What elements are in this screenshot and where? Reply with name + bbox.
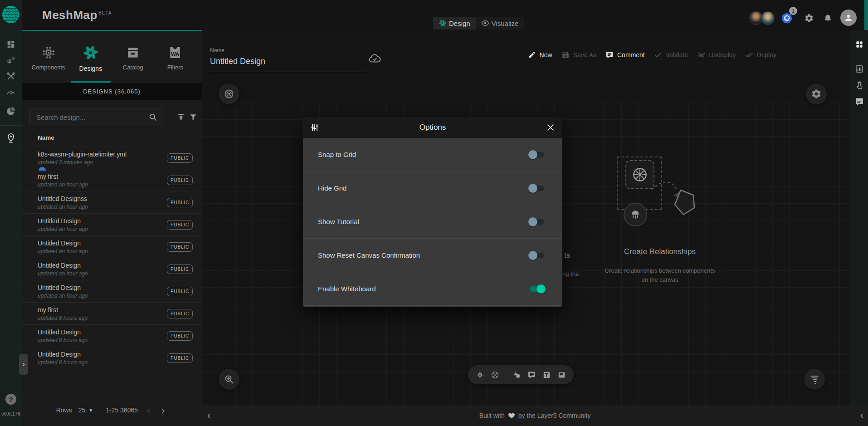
- notifications-bell-icon[interactable]: [823, 13, 833, 22]
- help-button[interactable]: ?: [5, 394, 16, 405]
- tab-filters[interactable]: Filters: [154, 35, 196, 81]
- visibility-badge: PUBLIC: [167, 331, 193, 341]
- person-icon: [844, 13, 853, 23]
- extensions-pie-icon[interactable]: [6, 106, 16, 116]
- panel-expand-handle[interactable]: ›: [19, 354, 28, 375]
- design-name: my first: [38, 173, 167, 180]
- design-list-item[interactable]: Untitled Design updated an hour ago PUBL…: [22, 280, 202, 302]
- design-list-item[interactable]: Untitled Design updated an hour ago PUBL…: [22, 258, 202, 280]
- chart-panel-icon[interactable]: [855, 64, 864, 73]
- design-list-item[interactable]: Untitled Designss updated an hour ago PU…: [22, 191, 202, 213]
- rail-divider: [0, 125, 22, 126]
- component-chip-tool-icon[interactable]: [476, 371, 484, 379]
- design-list-item[interactable]: k8s-wasm-plugin-ratelimiter.yml updated …: [22, 147, 202, 169]
- app-header: MeshMapBETA Design Visualize 1: [22, 0, 868, 30]
- tab-design[interactable]: Design: [433, 17, 476, 29]
- kubernetes-context-badge: 1: [789, 7, 797, 15]
- design-updated: updated 8 hours ago: [38, 337, 167, 343]
- tab-designs[interactable]: Designs: [69, 35, 112, 81]
- tab-visualize[interactable]: Visualize: [476, 17, 524, 29]
- validate-button[interactable]: Validate: [654, 51, 688, 59]
- search-icon[interactable]: [148, 113, 157, 122]
- save-as-button[interactable]: Save As: [561, 51, 596, 59]
- canvas-settings-button[interactable]: [806, 83, 827, 104]
- search-input[interactable]: [36, 113, 148, 121]
- deploy-button[interactable]: Deploy: [745, 51, 776, 59]
- hide-grid-toggle[interactable]: [528, 184, 546, 193]
- tab-designs-label: Designs: [79, 65, 102, 72]
- rows-label: Rows: [56, 406, 72, 414]
- filter-funnel-icon[interactable]: [189, 113, 198, 122]
- design-swirl-icon: [439, 19, 447, 27]
- tab-catalog[interactable]: Catalog: [112, 35, 154, 81]
- design-list-item[interactable]: Untitled Design updated 8 hours ago PUBL…: [22, 347, 202, 369]
- design-updated: updated 6 hours ago: [38, 315, 167, 321]
- design-list-item[interactable]: Untitled Design updated an hour ago PUBL…: [22, 213, 202, 235]
- footer-collapse-left-icon[interactable]: ‹: [207, 405, 210, 426]
- reset-canvas-button[interactable]: [804, 369, 825, 390]
- design-name-field[interactable]: Name Untitled Design: [210, 47, 366, 72]
- hint-description: Create relationships between components …: [603, 266, 717, 284]
- footer-suffix: by the Layer5 Community: [518, 412, 591, 419]
- comment-button[interactable]: Comment: [605, 51, 645, 59]
- comment-tool-icon[interactable]: [527, 371, 536, 379]
- kubernetes-tool-icon[interactable]: [491, 371, 499, 379]
- next-page-button[interactable]: ›: [159, 405, 168, 416]
- options-modal: Options Snap to Grid Hide Grid Show Tuto…: [303, 117, 562, 307]
- import-design-icon[interactable]: [176, 113, 185, 122]
- zoom-button[interactable]: [219, 369, 239, 390]
- design-name: my first: [38, 306, 167, 313]
- show-tutorial-toggle[interactable]: [528, 217, 546, 226]
- lifecycle-gears-icon[interactable]: [6, 55, 16, 65]
- close-icon[interactable]: [546, 123, 555, 132]
- meshmap-app: ? v0.6.176 › MeshMapBETA Design Visualiz…: [0, 0, 868, 426]
- tornado-icon: [809, 374, 820, 385]
- design-list-item[interactable]: Untitled Design updated an hour ago PUBL…: [22, 235, 202, 258]
- meshmap-pin-icon[interactable]: [5, 132, 16, 144]
- footer-bar: ‹ Built with by the Layer5 Community ‹: [202, 405, 868, 426]
- media-tool-icon[interactable]: [557, 371, 566, 379]
- filters-wasm-icon: [168, 45, 182, 60]
- design-list-item[interactable]: my first updated 6 hours ago PUBLIC: [22, 302, 202, 324]
- design-list-item[interactable]: Untitled Design updated 8 hours ago PUBL…: [22, 324, 202, 347]
- undeploy-button[interactable]: Undeploy: [697, 51, 736, 59]
- kubernetes-quick-button[interactable]: [219, 83, 239, 104]
- reset-canvas-confirmation-toggle[interactable]: [528, 251, 546, 260]
- double-check-icon: [745, 51, 753, 59]
- prev-page-button[interactable]: ‹: [144, 405, 153, 416]
- save-icon: [561, 51, 570, 59]
- user-avatar[interactable]: [840, 10, 857, 26]
- option-label: Snap to Grid: [318, 151, 528, 158]
- visibility-badge: PUBLIC: [167, 220, 193, 230]
- configuration-tools-icon[interactable]: [6, 71, 16, 81]
- option-row-show-tutorial: Show Tutorial: [303, 205, 562, 239]
- app-title-text: MeshMap: [42, 8, 98, 22]
- saved-cloud-icon: [368, 52, 381, 65]
- footer-collapse-right-icon[interactable]: ‹: [860, 405, 863, 426]
- beta-tag: BETA: [98, 10, 112, 15]
- meshery-logo-icon[interactable]: [2, 5, 20, 24]
- performance-gauge-icon[interactable]: [6, 87, 16, 97]
- tab-design-label: Design: [449, 20, 470, 27]
- gear-icon: [811, 88, 822, 99]
- visibility-badge: PUBLIC: [167, 264, 193, 274]
- shapes-tool-icon[interactable]: [512, 371, 521, 379]
- settings-gear-icon[interactable]: [804, 13, 814, 23]
- snap-to-grid-toggle[interactable]: [528, 150, 546, 159]
- tab-catalog-label: Catalog: [123, 64, 143, 71]
- collaborator-avatar[interactable]: [761, 11, 775, 25]
- design-updated: updated 3 minutes ago: [38, 159, 167, 166]
- design-updated: updated 8 hours ago: [38, 359, 167, 366]
- design-list-item[interactable]: my first updated an hour ago PUBLIC: [22, 169, 202, 191]
- page-size-select[interactable]: 25 ▼: [78, 406, 93, 414]
- new-button[interactable]: New: [528, 51, 552, 59]
- comments-panel-icon[interactable]: [855, 97, 864, 106]
- enable-whiteboard-toggle[interactable]: [528, 284, 546, 294]
- visibility-badge: PUBLIC: [167, 287, 193, 296]
- text-tool-icon[interactable]: [542, 371, 551, 379]
- tab-components[interactable]: Components: [27, 35, 69, 81]
- dashboard-icon[interactable]: [6, 39, 16, 49]
- rail-divider: [0, 30, 22, 30]
- apps-grid-icon[interactable]: [855, 40, 864, 49]
- touch-gesture-icon[interactable]: [855, 81, 864, 90]
